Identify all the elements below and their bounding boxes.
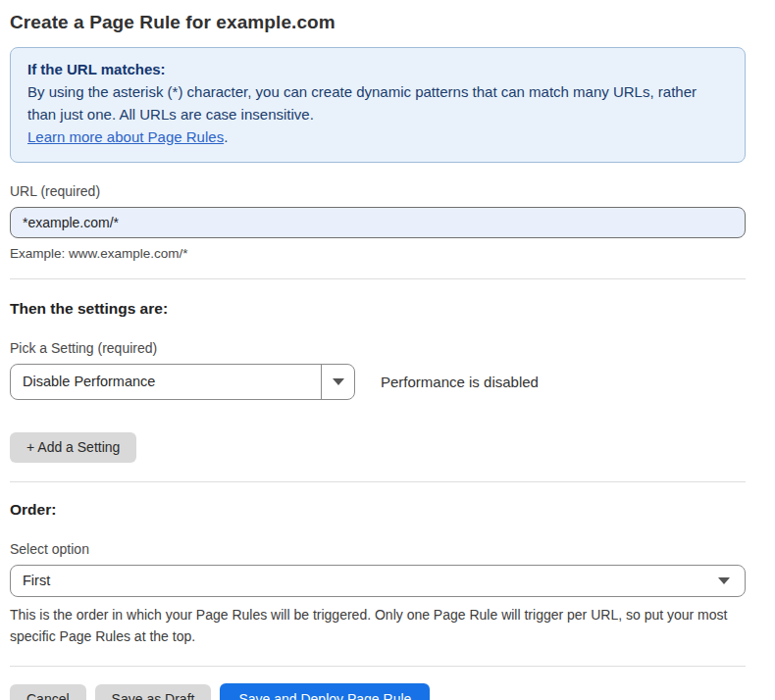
cancel-button[interactable]: Cancel xyxy=(10,684,86,700)
url-match-info-box: If the URL matches: By using the asteris… xyxy=(10,47,746,163)
divider xyxy=(10,278,746,279)
page-rule-form: Create a Page Rule for example.com If th… xyxy=(0,0,775,700)
save-deploy-button[interactable]: Save and Deploy Page Rule xyxy=(220,683,430,700)
url-example-text: Example: www.example.com/* xyxy=(10,246,746,261)
page-title: Create a Page Rule for example.com xyxy=(10,12,746,33)
info-box-body: By using the asterisk (*) character, you… xyxy=(27,81,728,126)
setting-select[interactable]: Disable Performance xyxy=(10,364,355,400)
order-select[interactable]: First xyxy=(10,565,746,597)
link-suffix: . xyxy=(224,128,228,145)
order-help-text: This is the order in which your Page Rul… xyxy=(10,604,746,648)
info-box-link-line: Learn more about Page Rules. xyxy=(27,126,728,149)
setting-row: Disable Performance Performance is disab… xyxy=(10,364,746,400)
setting-select-arrow-button[interactable] xyxy=(321,365,354,399)
chevron-down-icon xyxy=(718,577,730,584)
learn-more-link[interactable]: Learn more about Page Rules xyxy=(27,128,224,145)
pick-setting-label: Pick a Setting (required) xyxy=(10,340,746,356)
setting-status-text: Performance is disabled xyxy=(381,374,539,390)
order-select-label: Select option xyxy=(10,541,746,557)
setting-select-value: Disable Performance xyxy=(11,365,321,399)
info-box-heading: If the URL matches: xyxy=(27,59,728,81)
order-section-heading: Order: xyxy=(10,501,746,519)
add-setting-button[interactable]: + Add a Setting xyxy=(10,432,136,463)
form-actions: Cancel Save as Draft Save and Deploy Pag… xyxy=(10,683,746,700)
order-select-value: First xyxy=(23,573,50,588)
chevron-down-icon xyxy=(333,378,344,385)
divider xyxy=(10,666,746,667)
settings-section-heading: Then the settings are: xyxy=(10,300,746,318)
url-input[interactable] xyxy=(10,207,746,238)
url-label: URL (required) xyxy=(10,183,746,199)
save-draft-button[interactable]: Save as Draft xyxy=(95,684,212,700)
divider xyxy=(10,481,746,482)
